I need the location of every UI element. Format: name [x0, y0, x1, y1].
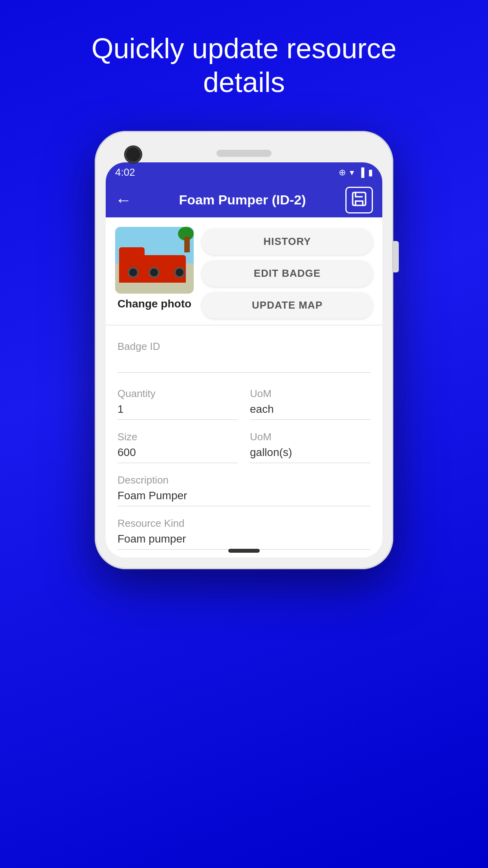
- truck-wheel-2: [149, 267, 160, 278]
- headline-line1: Quickly update resource: [92, 33, 396, 64]
- resource-kind-field: Resource Kind Foam pumper: [117, 517, 371, 550]
- phone-speaker: [216, 150, 272, 157]
- app-bar-title: Foam Pumper (ID-2): [139, 192, 345, 208]
- app-bar: ← Foam Pumper (ID-2): [106, 183, 382, 217]
- size-value[interactable]: 600: [117, 446, 238, 463]
- phone-shell: 4:02 ⊕ ▾ ▐ ▮ ← Foam Pumper (ID-2): [95, 131, 393, 569]
- tree-trunk: [184, 237, 190, 252]
- phone-device: 4:02 ⊕ ▾ ▐ ▮ ← Foam Pumper (ID-2): [95, 131, 393, 569]
- size-uom-field: UoM gallon(s): [250, 420, 371, 463]
- change-photo-label[interactable]: Change photo: [117, 298, 191, 310]
- location-icon: ⊕: [339, 167, 346, 178]
- quantity-uom-row: Quantity 1 UoM each: [117, 377, 371, 420]
- quantity-uom-field: UoM each: [250, 377, 371, 420]
- quantity-field: Quantity 1: [117, 377, 238, 420]
- home-indicator: [228, 549, 260, 553]
- quantity-label: Quantity: [117, 388, 238, 400]
- form-section: Badge ID Quantity 1 UoM each: [106, 326, 382, 557]
- quantity-value[interactable]: 1: [117, 403, 238, 420]
- resource-photo[interactable]: [115, 227, 194, 294]
- status-bar: 4:02 ⊕ ▾ ▐ ▮: [106, 162, 382, 183]
- back-button[interactable]: ←: [115, 191, 132, 210]
- headline: Quickly update resource details: [60, 31, 428, 99]
- wifi-icon: ▾: [350, 167, 354, 178]
- truck-wheel-3: [174, 267, 185, 278]
- status-icons: ⊕ ▾ ▐ ▮: [339, 167, 373, 178]
- truck-wheel-1: [128, 267, 139, 278]
- badge-id-label: Badge ID: [117, 340, 371, 353]
- resource-kind-value[interactable]: Foam pumper: [117, 533, 371, 550]
- size-uom-value[interactable]: gallon(s): [250, 446, 371, 463]
- size-label: Size: [117, 431, 238, 443]
- photo-actions-row: Change photo HISTORY EDIT BADGE UPDATE M…: [106, 217, 382, 326]
- truck-body: [119, 255, 186, 283]
- status-time: 4:02: [115, 166, 135, 178]
- description-value[interactable]: Foam Pumper: [117, 489, 371, 506]
- battery-icon: ▮: [368, 167, 373, 178]
- save-button[interactable]: [345, 187, 373, 213]
- size-uom-label: UoM: [250, 431, 371, 443]
- svg-rect-0: [353, 192, 366, 205]
- phone-screen: 4:02 ⊕ ▾ ▐ ▮ ← Foam Pumper (ID-2): [106, 162, 382, 557]
- size-field: Size 600: [117, 420, 238, 463]
- action-buttons: HISTORY EDIT BADGE UPDATE MAP: [202, 227, 373, 318]
- photo-section: Change photo: [115, 227, 194, 310]
- quantity-uom-label: UoM: [250, 388, 371, 400]
- history-button[interactable]: HISTORY: [202, 228, 373, 255]
- content-area: Change photo HISTORY EDIT BADGE UPDATE M…: [106, 217, 382, 557]
- phone-camera: [126, 147, 140, 162]
- edit-badge-button[interactable]: EDIT BADGE: [202, 260, 373, 287]
- update-map-button[interactable]: UPDATE MAP: [202, 292, 373, 318]
- badge-id-field: Badge ID: [117, 340, 371, 373]
- signal-icon: ▐: [358, 167, 364, 178]
- quantity-uom-value[interactable]: each: [250, 403, 371, 420]
- headline-line2: details: [203, 66, 285, 98]
- fire-truck-image: [115, 227, 194, 294]
- size-uom-row: Size 600 UoM gallon(s): [117, 420, 371, 463]
- description-label: Description: [117, 474, 371, 486]
- description-field: Description Foam Pumper: [117, 474, 371, 506]
- badge-id-value[interactable]: [117, 356, 371, 373]
- resource-kind-label: Resource Kind: [117, 517, 371, 530]
